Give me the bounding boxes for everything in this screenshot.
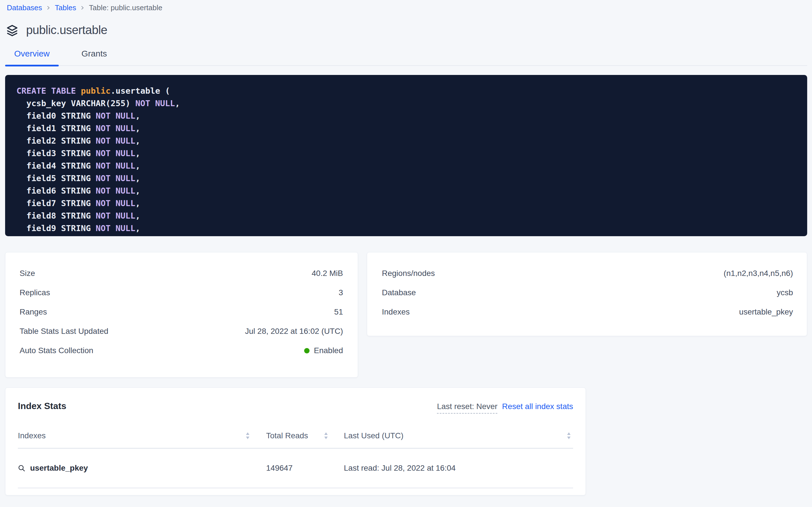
- index-stats-card: Index Stats Last reset: Never Reset all …: [5, 388, 586, 495]
- detail-row: Databaseycsb: [367, 283, 807, 302]
- column-header-last-used: Last Used (UTC): [344, 431, 403, 440]
- table-stack-icon: [6, 23, 19, 37]
- detail-row: Ranges51: [5, 302, 358, 322]
- detail-label: Regions/nodes: [382, 269, 435, 278]
- sql-line: field4 STRING NOT NULL,: [16, 160, 796, 172]
- page: DatabasesTablesTable: public.usertable p…: [0, 0, 812, 495]
- details-cards: Size40.2 MiBReplicas3Ranges51Table Stats…: [5, 252, 807, 378]
- detail-value: 40.2 MiB: [312, 269, 343, 278]
- detail-label: Size: [19, 269, 35, 278]
- sql-line: field5 STRING NOT NULL,: [16, 172, 796, 184]
- sort-icon[interactable]: [324, 432, 328, 440]
- index-stats-row: usertable_pkey149647Last read: Jul 28, 2…: [18, 449, 573, 488]
- index-stats-title: Index Stats: [18, 401, 66, 411]
- sql-line: field3 STRING NOT NULL,: [16, 147, 796, 160]
- breadcrumb: DatabasesTablesTable: public.usertable: [5, 2, 807, 13]
- tab-overview[interactable]: Overview: [5, 49, 59, 65]
- tab-bar: OverviewGrants: [5, 49, 807, 66]
- page-header: public.usertable: [5, 22, 807, 38]
- breadcrumb-chevron-icon: [46, 6, 51, 10]
- detail-label: Auto Stats Collection: [19, 346, 93, 355]
- sort-icon[interactable]: [246, 432, 250, 440]
- table-details-card: Size40.2 MiBReplicas3Ranges51Table Stats…: [5, 252, 358, 378]
- reset-all-index-stats-link[interactable]: Reset all index stats: [502, 402, 573, 411]
- create-table-sql: CREATE TABLE public.usertable ( ycsb_key…: [5, 75, 807, 236]
- detail-label: Indexes: [382, 307, 410, 317]
- detail-row: Size40.2 MiB: [5, 264, 358, 283]
- sql-line: field7 STRING NOT NULL,: [16, 197, 796, 210]
- sql-line: field0 STRING NOT NULL,: [16, 110, 796, 122]
- breadcrumb-current: Table: public.usertable: [89, 3, 162, 12]
- detail-row: Regions/nodes(n1,n2,n3,n4,n5,n6): [367, 264, 807, 283]
- magnifier-icon: [18, 464, 25, 472]
- table-meta-card: Regions/nodes(n1,n2,n3,n4,n5,n6)Database…: [367, 252, 807, 336]
- page-title: public.usertable: [26, 23, 107, 37]
- status-dot-enabled: [304, 348, 310, 353]
- tab-grants[interactable]: Grants: [72, 49, 116, 65]
- detail-value: Enabled: [304, 346, 343, 355]
- sql-line: field2 STRING NOT NULL,: [16, 134, 796, 147]
- detail-value: (n1,n2,n3,n4,n5,n6): [724, 269, 793, 278]
- breadcrumb-chevron-icon: [80, 6, 84, 10]
- sql-line: field9 STRING NOT NULL,: [16, 222, 796, 234]
- index-stats-table-body: usertable_pkey149647Last read: Jul 28, 2…: [18, 449, 573, 488]
- sql-line: ycsb_key VARCHAR(255) NOT NULL,: [16, 97, 796, 110]
- detail-row: Auto Stats CollectionEnabled: [5, 341, 358, 360]
- detail-row: Indexesusertable_pkey: [367, 302, 807, 322]
- detail-value: 3: [338, 288, 343, 297]
- detail-row: Table Stats Last UpdatedJul 28, 2022 at …: [5, 322, 358, 341]
- detail-label: Table Stats Last Updated: [19, 327, 108, 336]
- sql-line: field8 STRING NOT NULL,: [16, 210, 796, 222]
- column-header-total-reads: Total Reads: [266, 431, 308, 440]
- total-reads-value: 149647: [266, 449, 344, 488]
- sort-icon[interactable]: [567, 432, 571, 440]
- sql-line: field1 STRING NOT NULL,: [16, 122, 796, 134]
- detail-value: usertable_pkey: [739, 307, 793, 317]
- detail-value: Jul 28, 2022 at 16:02 (UTC): [245, 327, 343, 336]
- detail-label: Ranges: [19, 307, 47, 317]
- index-name-link[interactable]: usertable_pkey: [30, 463, 88, 473]
- breadcrumb-link-tables[interactable]: Tables: [55, 3, 76, 12]
- breadcrumb-link-databases[interactable]: Databases: [7, 3, 42, 12]
- detail-value: ycsb: [776, 288, 793, 297]
- sql-line: field6 STRING NOT NULL,: [16, 184, 796, 197]
- last-used-value: Last read: Jul 28, 2022 at 16:04: [344, 449, 573, 488]
- detail-value: 51: [334, 307, 343, 317]
- detail-label: Replicas: [19, 288, 50, 297]
- detail-label: Database: [382, 288, 416, 297]
- index-stats-table-header: Indexes Total Reads Last: [18, 424, 573, 449]
- detail-row: Replicas3: [5, 283, 358, 302]
- last-reset-label[interactable]: Last reset: Never: [437, 402, 497, 413]
- sql-line: CREATE TABLE public.usertable (: [16, 84, 796, 97]
- column-header-indexes: Indexes: [18, 431, 46, 440]
